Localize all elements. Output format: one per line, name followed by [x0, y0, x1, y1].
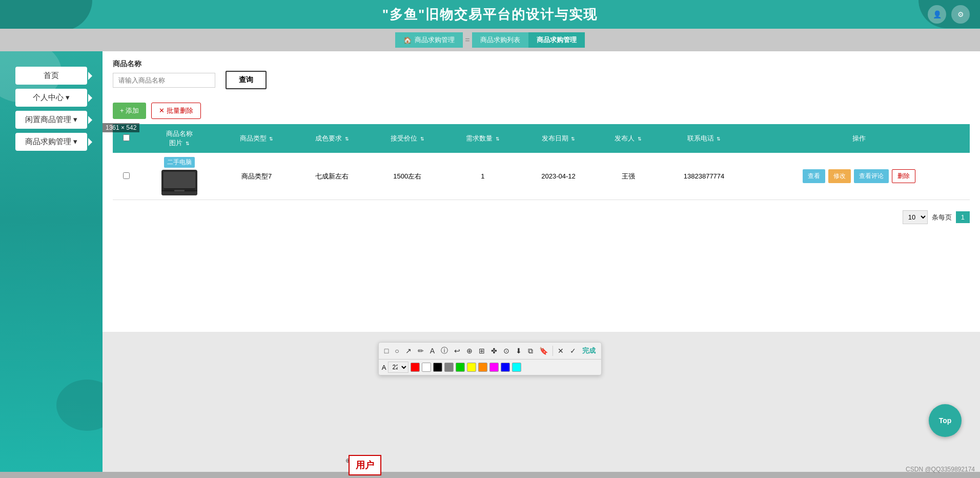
rectangle-tool[interactable]: □ [382, 345, 391, 356]
annotation-user-text: 用户 [356, 459, 374, 471]
col-type: 商品类型 ⇅ [219, 124, 294, 153]
col-date: 发布日期 ⇅ [520, 124, 597, 153]
breadcrumb-sep1: = [463, 35, 472, 45]
sort-publisher[interactable]: ⇅ [638, 136, 642, 142]
sidebar-item-idle-goods[interactable]: 闲置商品管理 ▾ [15, 111, 87, 129]
csdn-watermark: CSDN @QQ3359892174 [906, 466, 975, 473]
search-bar: 商品名称 查询 [103, 51, 980, 97]
circle-tool[interactable]: ○ [392, 345, 401, 356]
copy-tool[interactable]: ⧉ [525, 345, 536, 357]
settings-icon[interactable]: ⚙ [951, 5, 970, 24]
row-condition: 七成新左右 [294, 153, 370, 200]
download-tool[interactable]: ⬇ [513, 345, 524, 356]
svg-rect-1 [166, 173, 193, 188]
row-publisher: 王强 [597, 153, 660, 200]
top-button[interactable]: Top [929, 404, 962, 437]
sidebar-item-purchase-mgmt[interactable]: 商品求购管理 ▾ [15, 133, 87, 151]
header-decoration-left [0, 0, 92, 29]
undo-tool[interactable]: ↩ [452, 345, 463, 356]
row-select-checkbox[interactable] [123, 172, 130, 179]
breadcrumb-home[interactable]: 🏠 商品求购管理 [395, 32, 463, 48]
annotation-area: ⊕ 用户 [103, 229, 980, 332]
bookmark-tool[interactable]: 🔖 [537, 345, 550, 356]
page-1-button[interactable]: 1 [956, 211, 970, 223]
color-white[interactable] [422, 363, 431, 372]
home-icon: 🏠 [403, 36, 412, 44]
color-red[interactable] [411, 363, 420, 372]
search-input[interactable] [113, 73, 215, 88]
select-all-checkbox[interactable] [123, 134, 130, 141]
search-button[interactable]: 查询 [226, 71, 267, 89]
comment-button[interactable]: 查看评论 [854, 169, 889, 183]
row-date: 2023-04-12 [520, 153, 597, 200]
arrow-tool[interactable]: ↗ [403, 345, 414, 356]
color-cyan[interactable] [512, 363, 521, 372]
svg-rect-0 [164, 171, 195, 190]
page-title: "多鱼"旧物交易平台的设计与实现 [382, 6, 598, 24]
breadcrumb-mgmt: 商品求购管理 [415, 35, 455, 45]
sidebar-blob-bottom [56, 380, 103, 431]
font-size-select[interactable]: 22 12 14 16 18 20 24 28 32 [388, 362, 409, 373]
svg-rect-2 [161, 190, 197, 194]
user-icon[interactable]: 👤 [928, 5, 946, 24]
col-ops: 操作 [748, 124, 970, 153]
text-tool[interactable]: A [427, 345, 437, 356]
color-gray[interactable] [444, 363, 454, 372]
col-quantity: 需求数量 ⇅ [445, 124, 520, 153]
product-name-link[interactable]: 二手电脑 [164, 157, 195, 168]
toolbar-divider [553, 346, 553, 356]
col-name-img: 商品名称 图片 ⇅ [139, 124, 219, 153]
annotation-toolbar: □ ○ ↗ ✏ A ⓘ ↩ ⊕ ⊞ ✤ ⊙ ⬇ ⧉ 🔖 ✕ ✓ 完成 A 22 … [378, 342, 602, 375]
per-page-select[interactable]: 10 20 50 [903, 210, 928, 224]
toolbar-tools-row: □ ○ ↗ ✏ A ⓘ ↩ ⊕ ⊞ ✤ ⊙ ⬇ ⧉ 🔖 ✕ ✓ 完成 [379, 343, 601, 360]
sidebar: 首页 个人中心 ▾ 闲置商品管理 ▾ 商品求购管理 ▾ [0, 51, 103, 472]
content-area: 1361 × 542 商品名称 查询 + 添加 ✕ 批量删除 [103, 51, 980, 472]
close-tool[interactable]: ✕ [555, 345, 566, 356]
data-table: 商品名称 图片 ⇅ 商品类型 ⇅ 成色要求 ⇅ [113, 124, 970, 200]
finish-button[interactable]: 完成 [580, 345, 598, 357]
add-button[interactable]: + 添加 [113, 103, 146, 119]
col-publisher: 发布人 ⇅ [597, 124, 660, 153]
cross-tool[interactable]: ✤ [488, 345, 500, 356]
color-orange[interactable] [478, 363, 487, 372]
ops-cell: 查看 修改 查看评论 删除 [752, 168, 966, 184]
header: "多鱼"旧物交易平台的设计与实现 👤 ⚙ [0, 0, 980, 29]
paste-tool[interactable]: ⊞ [476, 345, 487, 356]
target-tool[interactable]: ⊙ [501, 345, 512, 356]
row-ops: 查看 修改 查看评论 删除 [748, 153, 970, 200]
color-blue[interactable] [501, 363, 510, 372]
check-tool[interactable]: ✓ [567, 345, 579, 356]
view-button[interactable]: 查看 [803, 169, 825, 183]
breadcrumb-list[interactable]: 商品求购列表 [472, 32, 528, 48]
toolbar-font-row: A 22 12 14 16 18 20 24 28 32 [379, 360, 601, 375]
sidebar-item-home[interactable]: 首页 [15, 67, 87, 85]
col-condition: 成色要求 ⇅ [294, 124, 370, 153]
cursor-tool[interactable]: ⊕ [464, 345, 475, 356]
color-magenta[interactable] [489, 363, 499, 372]
table-header-row: 商品名称 图片 ⇅ 商品类型 ⇅ 成色要求 ⇅ [113, 124, 970, 153]
info-tool[interactable]: ⓘ [438, 345, 451, 357]
sort-quantity[interactable]: ⇅ [496, 136, 500, 142]
sort-phone[interactable]: ⇅ [717, 136, 721, 142]
color-yellow[interactable] [467, 363, 476, 372]
color-black[interactable] [433, 363, 442, 372]
sort-type[interactable]: ⇅ [269, 136, 273, 142]
product-image [161, 170, 197, 195]
breadcrumb: 🏠 商品求购管理 = 商品求购列表 商品求购管理 [0, 29, 980, 51]
font-label: A [382, 364, 386, 371]
search-label: 商品名称 [113, 59, 215, 69]
action-bar: + 添加 ✕ 批量删除 [103, 97, 980, 119]
annotation-text-box[interactable]: 用户 [349, 455, 381, 475]
row-price: 1500左右 [370, 153, 445, 200]
pen-tool[interactable]: ✏ [415, 345, 426, 356]
color-green[interactable] [456, 363, 465, 372]
sort-date[interactable]: ⇅ [571, 136, 575, 142]
delete-button[interactable]: 删除 [892, 169, 915, 183]
batch-delete-button[interactable]: ✕ 批量删除 [151, 103, 201, 119]
sort-condition[interactable]: ⇅ [345, 136, 349, 142]
table-row: 二手电脑 [113, 153, 970, 200]
sort-name[interactable]: ⇅ [186, 141, 190, 146]
sidebar-item-profile[interactable]: 个人中心 ▾ [15, 89, 87, 107]
edit-button[interactable]: 修改 [828, 169, 851, 183]
sort-price[interactable]: ⇅ [420, 136, 424, 142]
